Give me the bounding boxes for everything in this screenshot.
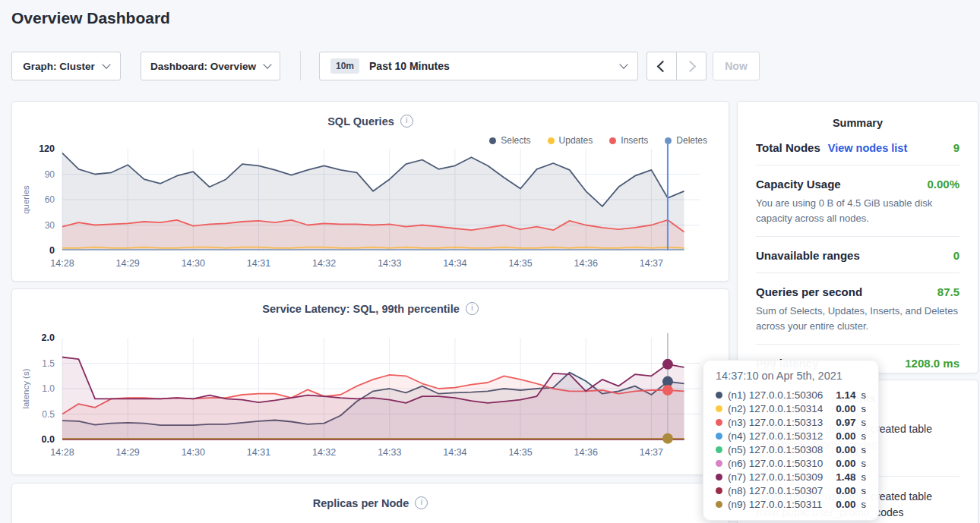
summary-unavailable-ranges: Unavailable ranges 0 [756, 237, 959, 273]
summary-description: You are using 0 B of 4.5 GiB usable disk… [756, 196, 959, 225]
series-dot [716, 433, 722, 440]
time-range-selector[interactable]: 10m Past 10 Minutes [319, 52, 638, 80]
latency-unit: s [861, 458, 867, 469]
latency-value: 0.00 [836, 485, 855, 496]
node-address: (n7) 127.0.0.1:50309 [728, 471, 830, 483]
series-dot [716, 501, 722, 508]
summary-value: 0 [953, 249, 959, 262]
svg-text:120: 120 [39, 143, 55, 154]
tooltip-timestamp: 14:37:10on Apr 5th, 2021 [716, 370, 866, 382]
latency-unit: s [861, 499, 867, 510]
svg-text:1.5: 1.5 [42, 358, 55, 369]
latency-unit: s [861, 444, 867, 455]
summary-value: 87.5 [937, 285, 959, 298]
chevron-left-icon [657, 60, 669, 72]
info-icon[interactable]: i [415, 496, 428, 509]
series-dot [716, 419, 722, 426]
time-range-label: Past 10 Minutes [369, 60, 450, 72]
summary-queries-per-second: Queries per second 87.5 Sum of Selects, … [756, 273, 959, 345]
latency-unit: s [861, 485, 867, 496]
node-address: (n4) 127.0.0.1:50312 [728, 430, 830, 442]
latency-value: 1.48 [836, 471, 855, 483]
tooltip-time: 14:37:10 [716, 370, 758, 382]
chart-title: SQL Queries [327, 115, 394, 128]
node-address: (n6) 127.0.0.1:50310 [728, 458, 830, 469]
summary-value: 1208.0 ms [905, 357, 959, 370]
svg-text:14:37: 14:37 [640, 258, 663, 269]
svg-text:60: 60 [45, 194, 55, 205]
summary-label: Unavailable ranges [756, 249, 860, 262]
latency-unit: s [861, 430, 867, 442]
graph-dropdown[interactable]: Graph: Cluster [11, 52, 121, 80]
chevron-right-icon [684, 60, 697, 72]
summary-label: Capacity Usage [756, 178, 841, 191]
latency-value: 0.97 [836, 417, 855, 428]
node-address: (n9) 127.0.0.1:50311 [728, 499, 830, 510]
tooltip-row: (n9) 127.0.0.1:503110.00s [716, 497, 866, 511]
service-latency-chart[interactable]: 14:2814:2914:3014:3114:3214:3314:3414:35… [18, 329, 725, 464]
replicas-per-node-card: Replicas per Nodei [11, 483, 729, 523]
summary-title: Summary [756, 102, 959, 129]
latency-unit: s [861, 417, 867, 428]
svg-text:14:31: 14:31 [247, 258, 270, 269]
svg-text:14:36: 14:36 [574, 258, 598, 269]
latency-value: 0.00 [836, 403, 855, 414]
svg-text:14:30: 14:30 [182, 258, 205, 269]
sql-queries-card: SQL Queriesi Selects Updates Inserts Del… [11, 101, 729, 282]
graph-dropdown-label: Graph: Cluster [23, 61, 95, 72]
chart-header: Service Latency: SQL, 99th percentilei [12, 301, 729, 315]
svg-text:14:32: 14:32 [312, 447, 336, 458]
time-next-button[interactable] [676, 52, 707, 80]
svg-text:0: 0 [49, 245, 55, 256]
svg-text:30: 30 [45, 220, 55, 231]
summary-total-nodes: Total Nodes View nodes list 9 [756, 129, 959, 165]
series-dot [716, 446, 722, 453]
node-address: (n3) 127.0.0.1:50313 [728, 417, 830, 428]
latency-unit: s [861, 403, 867, 414]
summary-description: Sum of Selects, Updates, Inserts, and De… [756, 304, 959, 333]
tooltip-row: (n5) 127.0.0.1:503080.00s [716, 443, 866, 456]
service-latency-card: Service Latency: SQL, 99th percentilei 1… [11, 288, 729, 475]
dashboard-dropdown[interactable]: Dashboard: Overview [141, 52, 280, 80]
summary-value: 0.00% [927, 178, 959, 191]
svg-text:latency (s): latency (s) [21, 368, 30, 408]
tooltip-row: (n7) 127.0.0.1:503091.48s [716, 470, 866, 484]
summary-label: Queries per second [756, 285, 862, 298]
tooltip-row: (n2) 127.0.0.1:503140.00s [716, 402, 866, 415]
latency-value: 1.14 [836, 389, 855, 401]
view-nodes-link[interactable]: View nodes list [828, 142, 908, 154]
tooltip-row: (n6) 127.0.0.1:503100.00s [716, 456, 866, 470]
series-dot [716, 487, 722, 494]
tooltip-date: on Apr 5th, 2021 [761, 370, 842, 382]
svg-text:14:33: 14:33 [378, 447, 401, 458]
node-address: (n5) 127.0.0.1:50308 [728, 444, 830, 455]
svg-text:14:31: 14:31 [247, 447, 270, 458]
latency-value: 0.00 [836, 444, 855, 455]
svg-text:14:37: 14:37 [640, 447, 663, 458]
series-dot [716, 474, 722, 480]
svg-text:14:36: 14:36 [574, 447, 598, 458]
info-icon[interactable]: i [400, 115, 413, 128]
chevron-down-icon [102, 60, 110, 68]
latency-unit: s [861, 471, 867, 483]
chart-title: Replicas per Node [313, 497, 409, 509]
dashboard-dropdown-label: Dashboard: Overview [150, 61, 256, 72]
chart-header: SQL Queriesi [12, 114, 729, 128]
time-range-badge: 10m [330, 58, 359, 74]
page-title: Overview Dashboard [11, 9, 170, 27]
svg-text:14:34: 14:34 [443, 258, 466, 269]
latency-unit: s [861, 389, 867, 401]
svg-text:14:28: 14:28 [50, 258, 74, 269]
latency-value: 0.00 [836, 430, 855, 442]
info-icon[interactable]: i [466, 302, 479, 315]
tooltip-row: (n1) 127.0.0.1:503061.14s [716, 388, 866, 402]
node-address: (n1) 127.0.0.1:50306 [728, 389, 830, 401]
now-button[interactable]: Now [713, 52, 760, 80]
series-dot [716, 405, 722, 412]
svg-text:14:28: 14:28 [50, 447, 74, 458]
node-address: (n2) 127.0.0.1:50314 [728, 403, 830, 414]
time-prev-button[interactable] [646, 52, 677, 80]
chart-title: Service Latency: SQL, 99th percentile [262, 303, 460, 315]
sql-queries-chart[interactable]: 14:2814:2914:3014:3114:3214:3314:3414:35… [18, 140, 725, 275]
chart-hover-tooltip: 14:37:10on Apr 5th, 2021 (n1) 127.0.0.1:… [703, 360, 879, 521]
